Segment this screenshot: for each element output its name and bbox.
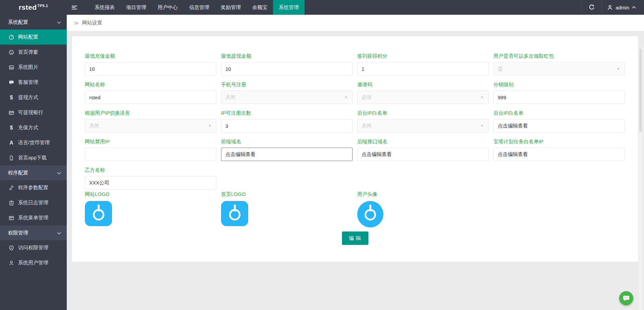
admin-user-menu[interactable]: admin — [602, 0, 644, 15]
sidebar-section-permission-management[interactable]: 权限管理 — [0, 225, 67, 240]
chevron-down-icon — [57, 21, 61, 24]
home-logo-image[interactable] — [221, 201, 248, 226]
sidebar-item-program-params-config[interactable]: 程序参数配置 — [0, 180, 67, 195]
field-distribution-level: 分销级别 999 — [493, 82, 625, 104]
sidebar-item-language-currency[interactable]: A 语言/货币管理 — [0, 135, 67, 150]
nav-system-report[interactable]: 系统报表 — [89, 0, 120, 15]
window-icon — [8, 215, 15, 221]
select-arrow-icon: ▼ — [208, 124, 212, 128]
main-area: ≫ 网站设置 最低充值金额 10 最低提现金额 10 签到获得积分 1 用户是否… — [67, 15, 644, 310]
chevron-down-icon — [57, 172, 61, 174]
sidebar-item-customer-service[interactable]: 客服管理 — [0, 75, 67, 90]
chat-bubble-icon — [8, 80, 15, 85]
refresh-button[interactable] — [582, 0, 602, 15]
distribution-level-input[interactable]: 999 — [493, 91, 625, 104]
admin-ip-whitelist-select[interactable]: 关闭▼ — [357, 119, 489, 133]
sidebar: 系统配置 网站配置 首页弹窗 系统图片 客服管理 $ 提现方式 可提现银行 $ … — [0, 15, 67, 310]
scrollbar-track[interactable] — [639, 48, 642, 310]
select-arrow-icon: ▼ — [344, 95, 348, 99]
sidebar-item-system-users[interactable]: 系统用户管理 — [0, 255, 67, 270]
sidebar-item-access-permission[interactable]: 访问权限管理 — [0, 240, 67, 255]
sidebar-item-system-log[interactable]: 系统日志管理 — [0, 195, 67, 210]
sidebar-item-home-popup[interactable]: 首页弹窗 — [0, 45, 67, 60]
image-icon — [8, 65, 15, 70]
sidebar-item-withdrawable-banks[interactable]: 可提现银行 — [0, 105, 67, 120]
chevron-up-icon — [632, 6, 636, 9]
ip-register-count-input[interactable]: 3 — [221, 119, 353, 133]
sidebar-item-website-config[interactable]: 网站配置 — [0, 30, 67, 45]
min-recharge-amount-input[interactable]: 10 — [85, 62, 216, 75]
field-multi-redpacket: 用户是否可以多次领取红包 是▼ — [493, 53, 625, 75]
page-title: 网站设置 — [82, 20, 102, 26]
phone-register-select[interactable]: 关闭▼ — [221, 91, 353, 104]
sidebar-section-system-config[interactable]: 系统配置 — [0, 15, 67, 30]
field-site-name: 网站名称 rsted — [85, 82, 216, 104]
invite-code-select[interactable]: 必填▼ — [357, 91, 489, 104]
brand-version: TP5.1 — [38, 4, 48, 8]
edit-submit-button[interactable]: 编 辑 — [342, 231, 368, 245]
field-min-recharge-amount: 最低充值金额 10 — [85, 53, 216, 75]
settings-form-grid: 最低充值金额 10 最低提现金额 10 签到获得积分 1 用户是否可以多次领取红… — [85, 53, 625, 190]
frontend-domain-input[interactable]: 点击编辑查看 — [221, 148, 353, 161]
chevron-down-icon — [57, 232, 61, 235]
top-nav: 系统报表 项目管理 用户中心 信息管理 奖励管理 余额宝 系统管理 — [89, 0, 305, 15]
settings-form-card: 最低充值金额 10 最低提现金额 10 签到获得积分 1 用户是否可以多次领取红… — [72, 36, 638, 262]
dollar-icon: $ — [8, 125, 15, 131]
sidebar-item-withdraw-method[interactable]: $ 提现方式 — [0, 90, 67, 105]
field-frontend-domain: 前端域名 点击编辑查看 — [221, 139, 353, 161]
mobile-icon — [8, 155, 15, 161]
sidebar-item-home-app-download[interactable]: 首页app下载 — [0, 150, 67, 165]
link-icon — [8, 185, 15, 191]
site-logo-block: 网站LOGO — [85, 191, 221, 227]
party-b-name-input[interactable]: XXX公司 — [85, 176, 216, 190]
sidebar-item-recharge-method[interactable]: $ 充值方式 — [0, 120, 67, 135]
site-banned-ip-input[interactable] — [85, 148, 216, 161]
nav-info-management[interactable]: 信息管理 — [183, 0, 215, 15]
nav-user-center[interactable]: 用户中心 — [152, 0, 183, 15]
field-backend-api-domain: 后端接口域名 点击编辑查看 — [357, 139, 489, 161]
ip-language-select[interactable]: 关闭▼ — [85, 119, 216, 133]
shield-check-icon — [8, 245, 15, 251]
bank-card-icon — [8, 110, 15, 115]
scrollbar-thumb[interactable] — [639, 48, 642, 132]
field-bt-task-whitelist-ip: 宝塔计划任务白名单IP 点击编辑查看 — [493, 139, 625, 161]
sidebar-item-system-images[interactable]: 系统图片 — [0, 60, 67, 75]
user-icon — [607, 5, 613, 10]
site-name-input[interactable]: rsted — [85, 91, 216, 104]
field-admin-ip-whitelist-toggle: 后台IP白名单 关闭▼ — [357, 110, 489, 133]
field-invite-code: 邀请码 必填▼ — [357, 82, 489, 104]
breadcrumb: ≫ 网站设置 — [67, 15, 644, 31]
min-withdraw-amount-input[interactable]: 10 — [221, 62, 353, 75]
field-signin-points: 签到获得积分 1 — [357, 53, 489, 75]
nav-system-management[interactable]: 系统管理 — [273, 0, 305, 15]
nav-yuebao[interactable]: 余额宝 — [247, 0, 273, 15]
gauge-icon — [8, 35, 15, 40]
field-site-banned-ip: 网站禁用IP — [85, 139, 216, 161]
topbar: rstedTP5.1 系统报表 项目管理 用户中心 信息管理 奖励管理 余额宝 … — [0, 0, 644, 15]
chat-float-button[interactable] — [619, 291, 633, 305]
signin-points-input[interactable]: 1 — [357, 62, 489, 75]
home-logo-block: 首页LOGO — [221, 191, 357, 227]
letter-a-icon: A — [8, 140, 15, 146]
brand-logo[interactable]: rstedTP5.1 — [0, 3, 67, 11]
admin-username: admin — [615, 5, 629, 10]
site-logo-image[interactable] — [85, 201, 112, 226]
bt-task-whitelist-ip-input[interactable]: 点击编辑查看 — [493, 148, 625, 161]
logo-upload-row: 网站LOGO 首页LOGO 用户头像 — [85, 191, 493, 227]
sidebar-item-system-menu[interactable]: 系统菜单管理 — [0, 210, 67, 225]
nav-project-management[interactable]: 项目管理 — [120, 0, 152, 15]
hamburger-menu-icon[interactable] — [67, 0, 82, 15]
field-party-b-name: 乙方名称 XXX公司 — [85, 167, 216, 190]
nav-reward-management[interactable]: 奖励管理 — [215, 0, 247, 15]
user-avatar-image[interactable] — [357, 201, 383, 227]
sidebar-section-program-config[interactable]: 程序配置 — [0, 165, 67, 180]
clipboard-icon — [8, 200, 15, 206]
admin-ip-whitelist-input[interactable]: 点击编辑查看 — [493, 119, 625, 133]
topbar-right: admin — [582, 0, 644, 15]
smiley-bubble-icon — [8, 50, 15, 55]
backend-api-domain-input[interactable]: 点击编辑查看 — [357, 148, 489, 161]
field-phone-register: 手机号注册 关闭▼ — [221, 82, 353, 104]
field-ip-language: 根据用户IP切换语言 关闭▼ — [85, 110, 216, 133]
select-arrow-icon: ▼ — [480, 95, 484, 99]
multi-redpacket-select[interactable]: 是▼ — [493, 62, 625, 75]
